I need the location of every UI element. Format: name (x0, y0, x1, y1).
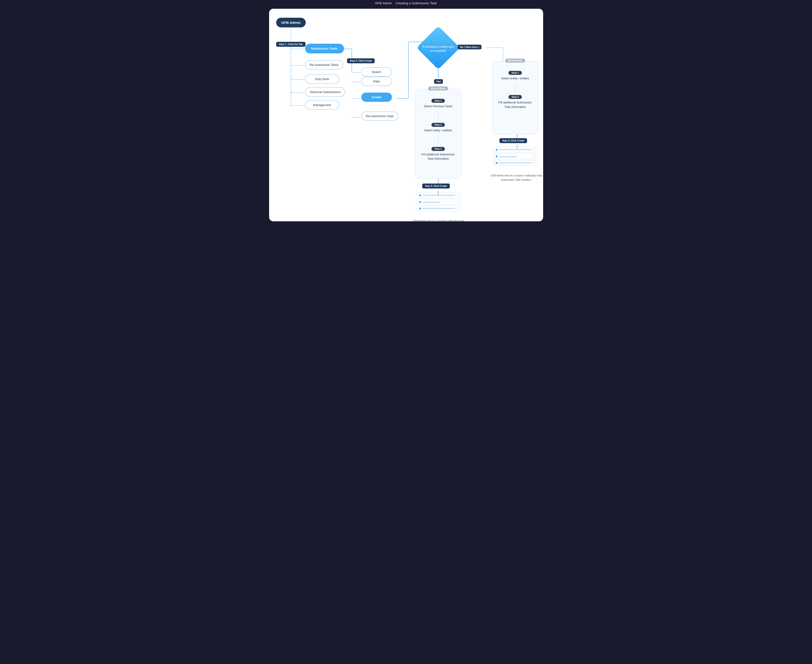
pill-submission-tasks[interactable]: Submission Tasks (305, 44, 344, 54)
no-label: No ( New User ) (457, 45, 482, 49)
top-bar: GFB Admin Creating a Submission Task (0, 0, 812, 7)
left-wizard-step2-text: Select entity / entities (424, 128, 452, 133)
right-wizard-step1-pill: Step 1 (508, 71, 522, 75)
decision-diamond-label: If previously created task are available (422, 34, 454, 64)
step2-label: Step 2: Click Create (347, 59, 375, 63)
right-step3-label: Step 3: Click Create (500, 138, 527, 143)
pill-create[interactable]: Create (361, 93, 392, 102)
left-wizard-step3-pill: Step 3 (431, 147, 444, 151)
pill-search[interactable]: Search (361, 67, 392, 76)
pill-duty-desk[interactable]: Duty Desk (305, 75, 339, 84)
right-form-row2: × (493, 153, 537, 159)
right-mock-form: × × × (493, 147, 537, 167)
pill-historical-submissions[interactable]: Historical Submissions (305, 88, 345, 97)
left-wizard-step2-pill: Step 2 (431, 123, 444, 127)
right-wizard-mode: Wizard Mode (505, 59, 526, 63)
left-mock-form: × × × (416, 192, 461, 212)
top-bar-subtitle: Creating a Submission Task (396, 2, 437, 5)
right-wizard-box: Wizard Mode Step 1 Select entity / entit… (492, 61, 539, 134)
left-form-row1: × (416, 192, 461, 198)
top-bar-title: GFB Admin (375, 2, 392, 5)
left-step3-label: Step 3: Click Create (422, 184, 450, 189)
pill-filter[interactable]: Filter (361, 77, 392, 86)
left-wizard-step1-text: Select Previous Tasks (424, 104, 452, 109)
right-wizard-step2-pill: Step 2 (508, 95, 522, 99)
left-wizard-step1-pill: Step 1 (431, 99, 444, 103)
right-wizard-step2-text: Fill additional Submission Task informat… (496, 100, 534, 109)
pill-resubmission-data[interactable]: Re-submission Data (361, 111, 398, 121)
admin-node: GFB Admin (276, 18, 306, 28)
right-toaster-text: GFB Admin will see a toaster notificatio… (485, 174, 543, 182)
main-canvas: GFB Admin Step 1 : Click the Tab Submiss… (269, 9, 543, 221)
right-wizard-step1-text: Select entity / entities (501, 76, 529, 81)
left-form-row3: × (416, 206, 461, 211)
pill-resubmission-tasks[interactable]: Re-submission Tasks (305, 60, 343, 70)
right-form-row3: × (493, 160, 537, 166)
left-toaster-text: GFB Admin will see a toaster notificatio… (408, 219, 469, 221)
pill-management[interactable]: Management (305, 100, 339, 110)
left-wizard-mode: Wizard Mode (428, 86, 448, 91)
left-wizard-box: Wizard Mode Step 1 Select Previous Tasks… (415, 89, 461, 179)
right-form-row1: × (493, 147, 537, 152)
left-wizard-step3-text: Fill additional Submission Task informat… (420, 152, 457, 161)
left-form-row2: × (416, 199, 461, 205)
yes-label: Yes (434, 79, 443, 84)
step1-label: Step 1 : Click the Tab (276, 42, 306, 47)
